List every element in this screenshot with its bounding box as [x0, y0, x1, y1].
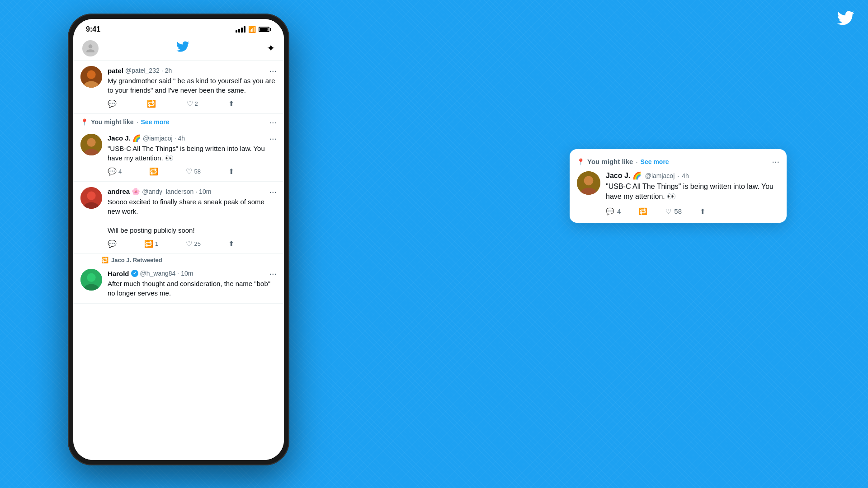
- verified-badge-harold: ✓: [131, 270, 138, 277]
- tweet-jaco-handle: @iamjacoj: [143, 135, 173, 142]
- reply-icon-jaco: 💬: [108, 167, 117, 176]
- retweet-button-patel[interactable]: 🔁: [147, 99, 156, 108]
- retweet-icon-jaco: 🔁: [149, 167, 158, 176]
- tweet-andrea-handle: @andy_landerson: [142, 188, 193, 195]
- tweet-harold-more[interactable]: ···: [269, 269, 277, 278]
- popup-reply-button[interactable]: 💬 4: [606, 207, 621, 216]
- might-like-label: You might like: [91, 118, 134, 126]
- tweet-harold-time: 10m: [181, 270, 193, 277]
- tweet-jaco[interactable]: Jaco J. 🌈 @iamjacoj · 4h ··· "USB-C All …: [73, 128, 284, 182]
- reply-count-jaco: 4: [118, 168, 122, 175]
- reply-button-andrea[interactable]: 💬: [108, 239, 117, 248]
- popup-card: 📍 You might like · See more ··· Jaco J. …: [570, 149, 787, 223]
- retweet-count-andrea: 1: [155, 240, 158, 247]
- tweet-jaco-more[interactable]: ···: [269, 134, 277, 143]
- like-button-patel[interactable]: ♡ 2: [187, 99, 198, 108]
- popup-like-icon: ♡: [665, 207, 671, 216]
- might-like-more[interactable]: ···: [269, 117, 277, 127]
- tweet-feed[interactable]: patel @patel_232 · 2h ··· My grandmother…: [73, 61, 284, 460]
- popup-tweet-time: 4h: [682, 172, 689, 179]
- tweet-andrea-time: 10m: [199, 188, 211, 195]
- tweet-jaco-time: 4h: [178, 135, 185, 142]
- tweet-patel-text: My grandmother said " be as kind to your…: [108, 76, 277, 95]
- tweet-patel-time: ·: [161, 67, 163, 74]
- like-count-patel: 2: [195, 100, 198, 107]
- retweet-button-andrea[interactable]: 🔁 1: [144, 239, 158, 248]
- retweet-notice-harold: 🔁 Jaco J. Retweeted: [73, 254, 284, 263]
- avatar-harold[interactable]: [80, 269, 102, 291]
- avatar-patel[interactable]: [80, 66, 102, 88]
- tweet-patel-body: patel @patel_232 · 2h ··· My grandmother…: [108, 66, 277, 108]
- avatar-jaco[interactable]: [80, 134, 102, 155]
- reply-button-jaco[interactable]: 💬 4: [108, 167, 122, 176]
- popup-share-button[interactable]: ⬆: [700, 207, 706, 216]
- pin-icon: 📍: [80, 118, 88, 126]
- tweet-patel[interactable]: patel @patel_232 · 2h ··· My grandmother…: [73, 61, 284, 114]
- popup-like-count: 58: [674, 207, 682, 215]
- tweet-harold[interactable]: Harold ✓ @h_wang84 · 10m ··· After much …: [73, 263, 284, 304]
- status-icons: 📶: [236, 26, 271, 33]
- retweet-icon-andrea: 🔁: [144, 239, 153, 248]
- popup-might-like-header: 📍 You might like · See more ···: [577, 156, 779, 167]
- twitter-logo-bg: [836, 9, 854, 31]
- popup-retweet-button[interactable]: 🔁: [639, 207, 647, 216]
- tweet-patel-time-val: 2h: [165, 67, 172, 74]
- tweet-patel-more[interactable]: ···: [269, 66, 277, 75]
- tweet-jaco-actions: 💬 4 🔁 ♡ 58 ⬆: [108, 167, 234, 176]
- svg-point-1: [87, 70, 95, 79]
- share-button-andrea[interactable]: ⬆: [228, 239, 234, 248]
- reply-icon: 💬: [108, 99, 117, 108]
- tweet-andrea-body: andrea 🌸 @andy_landerson · 10m ··· Soooo…: [108, 187, 277, 248]
- like-icon-jaco: ♡: [186, 167, 192, 176]
- tweet-andrea[interactable]: andrea 🌸 @andy_landerson · 10m ··· Soooo…: [73, 182, 284, 254]
- might-like-section: 📍 You might like · See more ···: [73, 114, 284, 128]
- like-button-jaco[interactable]: ♡ 58: [186, 167, 200, 176]
- share-icon-jaco: ⬆: [228, 167, 234, 176]
- tweet-jaco-text: "USB-C All The Things" is being written …: [108, 144, 277, 163]
- like-icon-andrea: ♡: [186, 239, 192, 248]
- dot-separator: ·: [137, 118, 138, 126]
- popup-more-icon[interactable]: ···: [772, 156, 779, 167]
- sparkle-icon[interactable]: ✦: [267, 42, 275, 54]
- popup-might-like-label: You might like: [587, 158, 633, 165]
- popup-tweet-handle: @iamjacoj: [645, 172, 675, 179]
- retweet-notice-text: Jaco J. Retweeted: [111, 257, 162, 263]
- wifi-icon: 📶: [248, 26, 256, 33]
- tweet-harold-name: Harold: [108, 270, 129, 277]
- avatar-andrea[interactable]: [80, 187, 102, 209]
- svg-point-10: [87, 273, 95, 282]
- popup-tweet[interactable]: Jaco J. 🌈 @iamjacoj · 4h "USB-C All The …: [577, 171, 779, 216]
- see-more-link-phone[interactable]: See more: [141, 118, 170, 126]
- popup-share-icon: ⬆: [700, 207, 706, 216]
- reply-button-patel[interactable]: 💬: [108, 99, 117, 108]
- tweet-patel-handle: @patel_232: [125, 67, 160, 74]
- popup-like-button[interactable]: ♡ 58: [665, 207, 682, 216]
- svg-point-13: [584, 176, 594, 185]
- like-icon: ♡: [187, 99, 193, 108]
- tweet-harold-text: After much thought and consideration, th…: [108, 279, 277, 298]
- like-count-andrea: 25: [194, 240, 200, 247]
- svg-point-7: [87, 192, 95, 200]
- tweet-harold-dot: ·: [177, 270, 179, 277]
- phone: 9:41 📶: [68, 14, 289, 465]
- popup-reply-icon: 💬: [606, 207, 614, 216]
- retweet-button-jaco[interactable]: 🔁: [149, 167, 158, 176]
- signal-icon: [236, 26, 245, 33]
- popup-avatar-jaco[interactable]: [577, 171, 600, 195]
- tweet-andrea-text: Soooo excited to finally share a sneak p…: [108, 197, 277, 235]
- share-icon: ⬆: [228, 99, 234, 108]
- status-time: 9:41: [86, 25, 100, 33]
- popup-dot: ·: [636, 158, 637, 165]
- tweet-andrea-dot: ·: [195, 188, 197, 195]
- popup-see-more-link[interactable]: See more: [641, 158, 669, 165]
- tweet-andrea-name: andrea 🌸: [108, 188, 140, 196]
- user-avatar[interactable]: [82, 40, 99, 56]
- tweet-andrea-more[interactable]: ···: [269, 187, 277, 196]
- share-button-jaco[interactable]: ⬆: [228, 167, 234, 176]
- tweet-patel-actions: 💬 🔁 ♡ 2 ⬆: [108, 99, 234, 108]
- like-button-andrea[interactable]: ♡ 25: [186, 239, 200, 248]
- retweet-icon: 🔁: [147, 99, 156, 108]
- share-button-patel[interactable]: ⬆: [228, 99, 234, 108]
- tweet-jaco-body: Jaco J. 🌈 @iamjacoj · 4h ··· "USB-C All …: [108, 134, 277, 176]
- svg-point-4: [87, 138, 95, 147]
